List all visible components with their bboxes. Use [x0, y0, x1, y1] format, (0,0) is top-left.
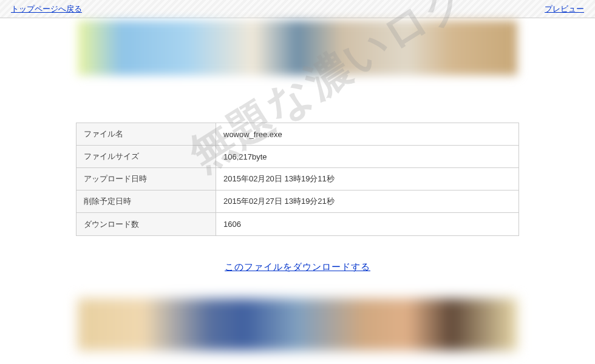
table-row: ファイル名 wowow_free.exe: [76, 123, 518, 146]
label-filesize: ファイルサイズ: [76, 146, 216, 168]
value-filename: wowow_free.exe: [216, 123, 518, 146]
bottom-ad-banner[interactable]: [78, 298, 517, 351]
value-filesize: 106,217byte: [216, 146, 518, 168]
table-row: 削除予定日時 2015年02月27日 13時19分21秒: [76, 190, 518, 213]
main-container: ファイル名 wowow_free.exe ファイルサイズ 106,217byte…: [76, 18, 519, 351]
preview-link[interactable]: プレビュー: [545, 4, 584, 15]
download-link-container: このファイルをダウンロードする: [76, 261, 519, 273]
back-to-top-link[interactable]: トップページへ戻る: [11, 4, 82, 15]
download-file-link[interactable]: このファイルをダウンロードする: [225, 261, 370, 272]
header-bar: トップページへ戻る プレビュー: [0, 0, 595, 18]
value-upload-date: 2015年02月20日 13時19分11秒: [216, 168, 518, 190]
table-row: ダウンロード数 1606: [76, 213, 518, 235]
label-download-count: ダウンロード数: [76, 213, 216, 235]
label-delete-date: 削除予定日時: [76, 190, 216, 213]
label-filename: ファイル名: [76, 123, 216, 146]
file-info-table: ファイル名 wowow_free.exe ファイルサイズ 106,217byte…: [76, 123, 519, 236]
value-delete-date: 2015年02月27日 13時19分21秒: [216, 190, 518, 213]
table-row: アップロード日時 2015年02月20日 13時19分11秒: [76, 168, 518, 190]
top-ad-banner[interactable]: [78, 21, 517, 75]
table-row: ファイルサイズ 106,217byte: [76, 146, 518, 168]
value-download-count: 1606: [216, 213, 518, 235]
label-upload-date: アップロード日時: [76, 168, 216, 190]
